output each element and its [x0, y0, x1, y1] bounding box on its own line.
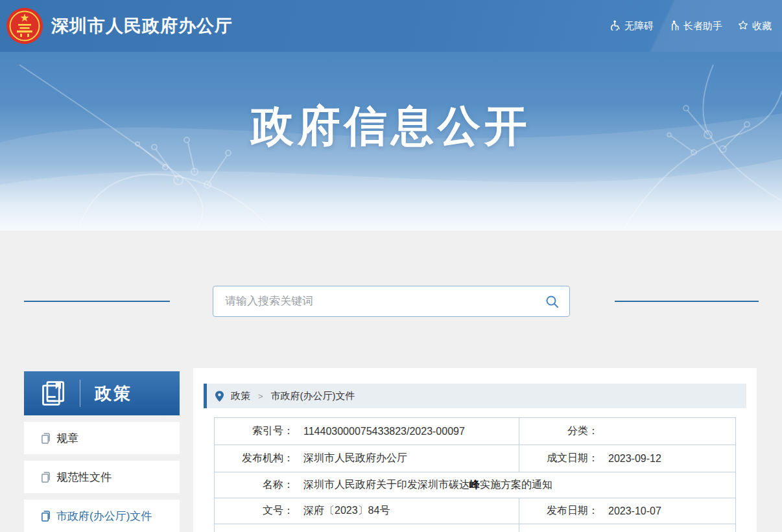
sidebar-item-label: 规章 — [56, 431, 78, 446]
sidebar-title: 政策 — [95, 382, 132, 405]
index-number-label: 索引号： — [215, 424, 294, 438]
empty-cell — [519, 524, 735, 532]
decorative-line-right — [615, 301, 759, 302]
sidebar-item-label: 规范性文件 — [56, 470, 112, 485]
search-input[interactable] — [213, 286, 545, 316]
document-number-cell: 文号： 深府〔2023〕84号 — [215, 498, 519, 524]
name-text: 实施方案的通知 — [480, 479, 552, 490]
accessibility-icon — [610, 20, 621, 32]
location-pin-icon — [215, 391, 224, 402]
publish-date-label: 发布日期： — [519, 504, 598, 518]
written-date-value: 2023-09-12 — [608, 453, 661, 465]
table-row: 文号： 深府〔2023〕84号 发布日期： 2023-10-07 — [215, 498, 735, 524]
breadcrumb: 政策 > 市政府(办公厅)文件 — [204, 384, 746, 408]
sidebar-item-regulations[interactable]: 规章 — [24, 422, 180, 454]
search-box — [213, 286, 570, 317]
elder-assist-label: 长者助手 — [683, 20, 722, 32]
document-icon — [41, 433, 51, 444]
table-row: 发布机构： 深圳市人民政府办公厅 成文日期： 2023-09-12 — [215, 445, 735, 472]
name-text: 深圳市人民政府关于印发深圳市碳达 — [303, 479, 469, 490]
breadcrumb-separator: > — [258, 391, 263, 401]
decorative-line-left — [24, 301, 170, 302]
sidebar-item-city-gov-documents[interactable]: 市政府(办公厅)文件 — [24, 500, 180, 532]
site-title[interactable]: 深圳市人民政府办公厅 — [51, 14, 233, 38]
issuing-agency-value: 深圳市人民政府办公厅 — [303, 452, 407, 465]
sidebar-header-divider — [80, 380, 80, 407]
elder-assist-link[interactable]: 长者助手 — [669, 20, 722, 32]
category-cell: 分类： — [519, 418, 735, 445]
favorite-link[interactable]: 收藏 — [738, 20, 772, 32]
accessibility-link[interactable]: 无障碍 — [610, 20, 654, 32]
written-date-cell: 成文日期： 2023-09-12 — [519, 445, 735, 472]
main-panel: 政策 > 市政府(办公厅)文件 索引号： 114403000075433823/… — [193, 368, 757, 532]
document-icon — [41, 511, 51, 522]
table-row: 索引号： 114403000075433823/2023-00097 分类： — [215, 418, 735, 445]
document-number-label: 文号： — [215, 504, 294, 518]
sidebar-item-label: 市政府(办公厅)文件 — [56, 509, 152, 524]
empty-cell — [215, 524, 519, 532]
search-button[interactable] — [545, 295, 559, 308]
table-row-partial — [215, 524, 735, 532]
publish-date-value: 2023-10-07 — [608, 505, 661, 517]
document-number-value: 深府〔2023〕84号 — [303, 504, 390, 518]
elder-person-icon — [669, 20, 680, 32]
index-number-cell: 索引号： 114403000075433823/2023-00097 — [215, 418, 519, 445]
written-date-label: 成文日期： — [519, 452, 598, 465]
favorite-label: 收藏 — [752, 20, 772, 32]
index-number-value: 114403000075433823/2023-00097 — [303, 426, 465, 437]
national-emblem-logo[interactable] — [6, 7, 43, 45]
page-title: 政府信息公开 — [0, 97, 782, 156]
breadcrumb-item-policy[interactable]: 政策 — [231, 390, 250, 402]
document-name-value: 深圳市人民政府关于印发深圳市碳达峰实施方案的通知 — [303, 478, 552, 492]
search-icon — [545, 295, 559, 308]
category-label: 分类： — [519, 424, 598, 438]
top-header-bar: 深圳市人民政府办公厅 无障碍 长者助手 — [0, 0, 782, 52]
national-emblem-icon — [6, 7, 43, 45]
sidebar-item-normative-documents[interactable]: 规范性文件 — [24, 461, 180, 493]
issuing-agency-label: 发布机构： — [215, 452, 294, 465]
table-row: 名称： 深圳市人民政府关于印发深圳市碳达峰实施方案的通知 — [215, 472, 735, 498]
issuing-agency-cell: 发布机构： 深圳市人民政府办公厅 — [215, 445, 519, 472]
document-name-label: 名称： — [215, 478, 294, 492]
sidebar-header: 政策 — [24, 371, 180, 415]
publish-date-cell: 发布日期： 2023-10-07 — [519, 498, 735, 524]
star-icon — [738, 20, 748, 32]
header-links: 无障碍 长者助手 收藏 — [610, 0, 772, 52]
document-icon — [41, 472, 51, 483]
document-info-table: 索引号： 114403000075433823/2023-00097 分类： 发… — [214, 417, 736, 532]
book-icon — [40, 379, 68, 408]
banner: 政府信息公开 — [0, 52, 782, 231]
sidebar: 政策 规章 规范性文件 — [24, 371, 180, 532]
accessibility-label: 无障碍 — [624, 20, 654, 32]
document-name-cell: 名称： 深圳市人民政府关于印发深圳市碳达峰实施方案的通知 — [215, 472, 735, 498]
breadcrumb-item-current[interactable]: 市政府(办公厅)文件 — [271, 390, 355, 402]
content-area: 政策 规章 规范性文件 — [0, 231, 782, 532]
name-highlight: 峰 — [469, 479, 480, 490]
